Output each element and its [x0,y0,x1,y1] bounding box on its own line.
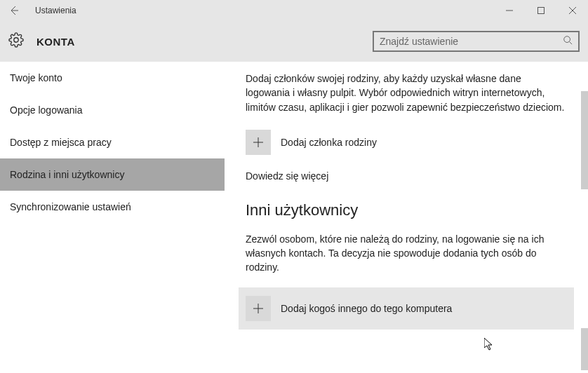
maximize-button[interactable] [525,0,556,21]
sidebar-item-your-account[interactable]: Twoje konto [0,62,225,94]
svg-point-1 [564,36,570,43]
search-placeholder: Znajdź ustawienie [380,36,458,47]
app-title: Ustawienia [35,6,76,15]
search-icon [563,35,573,48]
sidebar-item-sync-settings[interactable]: Synchronizowanie ustawień [0,191,225,223]
add-family-label: Dodaj członka rodziny [281,137,377,148]
other-users-description: Zezwól osobom, które nie należą do rodzi… [246,232,567,275]
other-users-heading: Inni użytkownicy [246,201,567,219]
gear-icon [8,32,24,50]
family-description: Dodaj członków swojej rodziny, aby każdy… [246,72,567,114]
learn-more-link[interactable]: Dowiedz się więcej [246,170,567,182]
section-title: KONTA [36,36,75,48]
plus-icon [246,130,271,155]
titlebar: Ustawienia [0,0,588,21]
sidebar-item-signin-options[interactable]: Opcje logowania [0,94,225,126]
plus-icon [246,296,271,321]
close-button[interactable] [556,0,588,21]
svg-rect-0 [537,8,544,14]
back-button[interactable] [6,2,22,19]
sidebar: Twoje konto Opcje logowania Dostęp z mie… [0,62,225,373]
main-content: Dodaj członków swojej rodziny, aby każdy… [225,62,588,373]
sidebar-item-work-access[interactable]: Dostęp z miejsca pracy [0,126,225,158]
header: KONTA Znajdź ustawienie [0,21,588,62]
search-input[interactable]: Znajdź ustawienie [373,31,580,52]
minimize-button[interactable] [493,0,525,21]
sidebar-item-family-users[interactable]: Rodzina i inni użytkownicy [0,158,225,191]
scrollbar[interactable] [581,328,588,370]
add-other-user-button[interactable]: Dodaj kogoś innego do tego komputera [239,287,574,330]
scrollbar[interactable] [581,91,588,189]
add-family-member-button[interactable]: Dodaj członka rodziny [246,127,567,158]
add-other-label: Dodaj kogoś innego do tego komputera [281,303,452,314]
